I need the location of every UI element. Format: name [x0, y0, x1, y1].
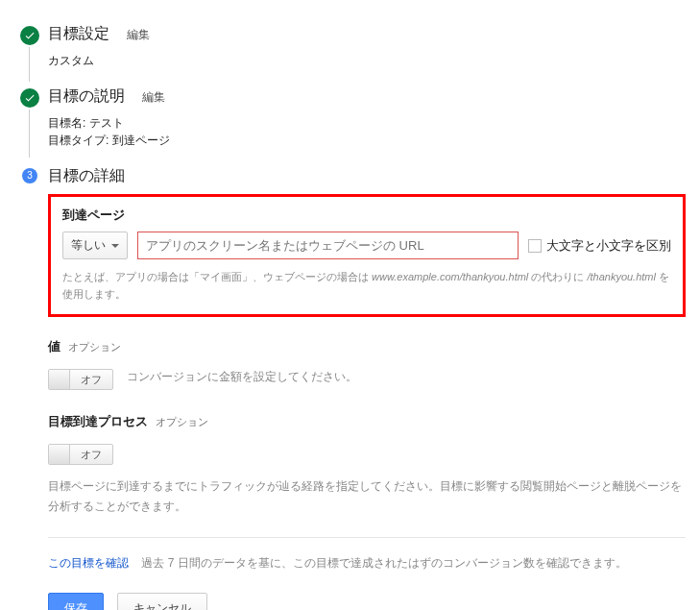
- goal-stepper: 目標設定 編集 カスタム 目標の説明 編集 目標名: テスト 目標タイプ: 到達…: [14, 24, 686, 610]
- step2-title: 目標の説明: [48, 87, 125, 104]
- case-sensitive-label: 大文字と小文字を区別: [546, 237, 671, 255]
- check-icon: [20, 26, 39, 45]
- verify-goal-link[interactable]: この目標を確認: [48, 556, 129, 570]
- step2-sub: 目標名: テスト 目標タイプ: 到達ページ: [48, 114, 686, 149]
- value-heading: 値 オプション: [48, 338, 686, 355]
- destination-section: 到達ページ 等しい 大文字と小文字を区別 たとえば、アプリの場合は「マイ画面」、…: [48, 194, 686, 317]
- connector-line: [29, 47, 30, 82]
- value-toggle-desc: コンバージョンに金額を設定してください。: [127, 369, 357, 385]
- cancel-button[interactable]: キャンセル: [117, 593, 207, 610]
- verify-text: 過去 7 日間のデータを基に、この目標で達成されたはずのコンバージョン数を確認で…: [141, 556, 626, 570]
- step-goal-setup: 目標設定 編集 カスタム: [14, 24, 686, 69]
- step-goal-details: 3 目標の詳細: [14, 166, 686, 186]
- match-type-value: 等しい: [71, 237, 106, 254]
- destination-help: たとえば、アプリの場合は「マイ画面」、ウェブページの場合は www.exampl…: [62, 269, 671, 303]
- connector-line: [29, 110, 30, 158]
- funnel-help: 目標ページに到達するまでにトラフィックが辿る経路を指定してください。目標に影響す…: [48, 476, 686, 516]
- funnel-optional: オプション: [156, 416, 208, 427]
- step-goal-description: 目標の説明 編集 目標名: テスト 目標タイプ: 到達ページ: [14, 86, 686, 149]
- funnel-section: 目標到達プロセス オプション オフ 目標ページに到達するまでにトラフィックが辿る…: [48, 413, 686, 516]
- step1-title: 目標設定: [48, 25, 109, 41]
- destination-row: 等しい 大文字と小文字を区別: [62, 232, 671, 259]
- step3-title: 目標の詳細: [48, 167, 125, 183]
- save-button[interactable]: 保存: [48, 593, 104, 610]
- value-section: 値 オプション オフ コンバージョンに金額を設定してください。: [48, 338, 686, 392]
- destination-label: 到達ページ: [62, 207, 671, 224]
- match-type-dropdown[interactable]: 等しい: [62, 232, 128, 259]
- chevron-down-icon: [111, 244, 119, 248]
- toggle-handle: [49, 445, 70, 464]
- value-title: 値: [48, 339, 60, 354]
- value-optional: オプション: [68, 341, 121, 353]
- destination-url-input[interactable]: [137, 232, 519, 259]
- toggle-off-label: オフ: [70, 370, 112, 389]
- case-sensitive-wrap[interactable]: 大文字と小文字を区別: [528, 237, 671, 255]
- divider: [48, 537, 686, 538]
- verify-line: この目標を確認 過去 7 日間のデータを基に、この目標で達成されたはずのコンバー…: [48, 555, 686, 572]
- step1-sub: カスタム: [48, 52, 686, 69]
- goal-type: 目標タイプ: 到達ページ: [48, 132, 686, 149]
- step-number-icon: 3: [22, 168, 37, 183]
- goal-name: 目標名: テスト: [48, 114, 686, 132]
- step2-edit-link[interactable]: 編集: [142, 90, 165, 104]
- button-row: 保存 キャンセル: [48, 593, 686, 610]
- toggle-handle: [49, 370, 70, 389]
- case-sensitive-checkbox[interactable]: [528, 239, 542, 253]
- check-icon: [20, 88, 39, 108]
- step1-edit-link[interactable]: 編集: [127, 28, 150, 41]
- funnel-toggle[interactable]: オフ: [48, 444, 113, 467]
- value-toggle[interactable]: オフ: [48, 369, 113, 392]
- funnel-heading: 目標到達プロセス オプション: [48, 413, 686, 430]
- goal-details-body: 到達ページ 等しい 大文字と小文字を区別 たとえば、アプリの場合は「マイ画面」、…: [48, 194, 686, 610]
- toggle-off-label: オフ: [70, 445, 112, 464]
- funnel-title: 目標到達プロセス: [48, 414, 148, 428]
